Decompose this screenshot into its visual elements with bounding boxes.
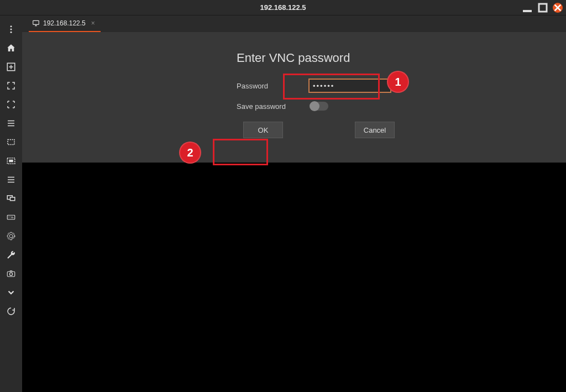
svg-point-4 [11,32,12,33]
maximize-button[interactable] [537,2,548,13]
save-password-label: Save password [237,102,308,111]
svg-point-3 [11,29,12,30]
vnc-password-dialog: Enter VNC password Password Save passwor… [22,32,566,163]
password-input[interactable] [308,79,391,93]
password-label: Password [237,82,308,90]
wrench-icon[interactable] [5,249,17,261]
list-icon[interactable] [5,117,17,129]
tab-close-icon[interactable]: × [91,19,95,27]
window-title: 192.168.122.5 [0,3,566,12]
svg-rect-0 [523,10,532,12]
sidebar [0,15,22,392]
add-tab-icon[interactable] [5,61,17,73]
svg-point-2 [11,25,12,27]
svg-point-13 [9,273,12,275]
gear-icon[interactable] [5,230,17,242]
svg-rect-1 [539,4,547,12]
chevron-down-icon[interactable] [5,286,17,299]
multi-monitor-icon[interactable] [5,192,17,205]
svg-rect-8 [9,160,13,163]
scale-fit-icon[interactable] [5,136,17,148]
minimize-button[interactable] [522,2,533,13]
dialog-title: Enter VNC password [237,51,492,65]
window-titlebar: 192.168.122.5 [0,0,566,15]
home-icon[interactable] [5,42,17,54]
camera-icon[interactable] [5,268,17,280]
close-button[interactable] [553,3,563,13]
connection-tab[interactable]: 192.168.122.5 × [29,15,101,32]
save-password-toggle[interactable] [310,102,328,111]
monitor-icon [32,19,40,27]
keyboard-icon[interactable] [5,211,17,223]
svg-rect-10 [11,197,15,201]
fullscreen-enter-icon[interactable] [5,80,17,92]
content-area: 192.168.122.5 × Enter VNC password Passw… [22,15,566,392]
refresh-icon[interactable] [5,305,17,317]
cancel-button[interactable]: Cancel [355,122,395,138]
fullscreen-corners-icon[interactable] [5,98,17,111]
tab-strip: 192.168.122.5 × [22,15,566,32]
window-controls [522,0,563,15]
svg-rect-14 [33,20,39,24]
list2-icon[interactable] [5,174,17,186]
remote-display-area [22,163,566,392]
toggle-knob [310,101,319,111]
svg-rect-11 [7,215,15,219]
ok-button[interactable]: OK [243,122,283,138]
scale-fill-icon[interactable] [5,155,17,167]
more-vert-icon[interactable] [5,23,17,35]
tab-label: 192.168.122.5 [43,19,86,27]
svg-rect-6 [8,140,14,145]
